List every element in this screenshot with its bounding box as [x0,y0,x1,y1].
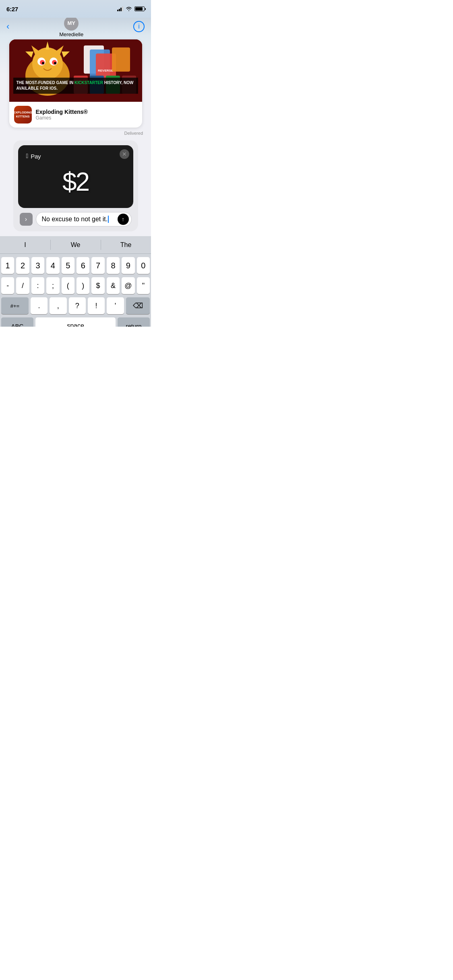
autocomplete-we[interactable]: We [50,236,101,253]
key-colon[interactable]: : [31,277,44,294]
symbol-row: - / : ; ( ) $ & @ " [1,277,150,294]
key-semicolon[interactable]: ; [46,277,59,294]
message-text: No excuse to not get it. [42,216,108,223]
svg-text:REVERSE: REVERSE [98,69,114,72]
svg-rect-18 [112,47,130,72]
key-5[interactable]: 5 [62,257,74,274]
app-icon: EXPLODING KITTENS [14,106,32,124]
bottom-row: ABC space return [1,317,150,327]
key-close-paren[interactable]: ) [77,277,89,294]
expand-button[interactable]: › [20,213,33,226]
nav-bar: ‹ MY Meredielle i [0,18,151,35]
key-dollar[interactable]: $ [91,277,104,294]
key-apostrophe[interactable]: ' [107,297,124,314]
app-card-image: REVERSE THE MOST-FUNDED GAME IN KICKSTAR… [9,39,142,102]
svg-point-10 [54,62,56,64]
key-7[interactable]: 7 [91,257,104,274]
key-open-paren[interactable]: ( [62,277,74,294]
apple-pay-card:  Pay ✕ $2 [18,145,133,208]
app-category: Games [36,115,137,121]
autocomplete-bar: I We The [0,236,151,254]
keyboard: I We The 1 2 3 4 5 6 7 8 9 0 - / : ; ( )… [0,236,151,327]
chat-area: REVERSE THE MOST-FUNDED GAME IN KICKSTAR… [0,35,151,236]
signal-icon [117,6,123,11]
key-4[interactable]: 4 [46,257,59,274]
wifi-icon [126,6,132,11]
key-6[interactable]: 6 [77,257,89,274]
apple-pay-label: Pay [31,153,41,160]
app-card[interactable]: REVERSE THE MOST-FUNDED GAME IN KICKSTAR… [9,39,142,128]
info-button[interactable]: i [133,21,145,32]
key-dash[interactable]: - [1,277,14,294]
app-name: Exploding Kittens® [36,109,137,115]
message-input-field[interactable]: No excuse to not get it. ↑ [36,212,132,226]
text-cursor [108,216,109,223]
key-question[interactable]: ? [69,297,86,314]
status-icons [117,6,145,11]
key-hashtag-toggle[interactable]: #+= [1,297,29,314]
special-row: #+= . , ? ! ' ⌫ [1,297,150,314]
key-2[interactable]: 2 [16,257,29,274]
avatar: MY [64,16,79,31]
app-card-info: EXPLODING KITTENS Exploding Kittens® Gam… [9,102,142,128]
back-button[interactable]: ‹ [6,21,9,32]
pay-card-container:  Pay ✕ $2 › No excuse to not get it. ↑ [13,140,138,231]
key-ampersand[interactable]: & [107,277,120,294]
autocomplete-i[interactable]: I [0,236,50,253]
key-return[interactable]: return [118,317,150,327]
key-8[interactable]: 8 [107,257,120,274]
key-9[interactable]: 9 [122,257,134,274]
nav-center: MY Meredielle [59,16,83,37]
apple-logo-icon:  [26,152,29,160]
number-row: 1 2 3 4 5 6 7 8 9 0 [1,257,150,274]
autocomplete-the[interactable]: The [101,236,151,253]
pay-card-wrapper:  Pay ✕ $2 › No excuse to not get it. ↑ [0,138,151,234]
key-slash[interactable]: / [16,277,29,294]
key-space[interactable]: space [35,317,116,327]
delivered-label: Delivered [0,131,151,138]
contact-name: Meredielle [59,31,83,37]
message-input-row: › No excuse to not get it. ↑ [18,212,133,226]
delete-key[interactable]: ⌫ [126,297,150,314]
close-pay-button[interactable]: ✕ [120,149,129,159]
svg-point-9 [42,62,44,64]
send-button[interactable]: ↑ [118,214,129,225]
status-time: 6:27 [6,6,18,12]
key-3[interactable]: 3 [31,257,44,274]
key-0[interactable]: 0 [137,257,150,274]
key-quote[interactable]: " [137,277,150,294]
keyboard-rows: 1 2 3 4 5 6 7 8 9 0 - / : ; ( ) $ & @ " … [0,254,151,327]
key-1[interactable]: 1 [1,257,14,274]
key-comma[interactable]: , [50,297,66,314]
key-abc[interactable]: ABC [1,317,33,327]
key-at[interactable]: @ [122,277,134,294]
kickstarter-banner: THE MOST-FUNDED GAME IN KICKSTARTER HIST… [13,78,138,94]
pay-amount: $2 [26,163,125,199]
battery-icon [134,6,145,11]
key-period[interactable]: . [31,297,48,314]
status-bar: 6:27 [0,0,151,18]
key-exclamation[interactable]: ! [88,297,105,314]
